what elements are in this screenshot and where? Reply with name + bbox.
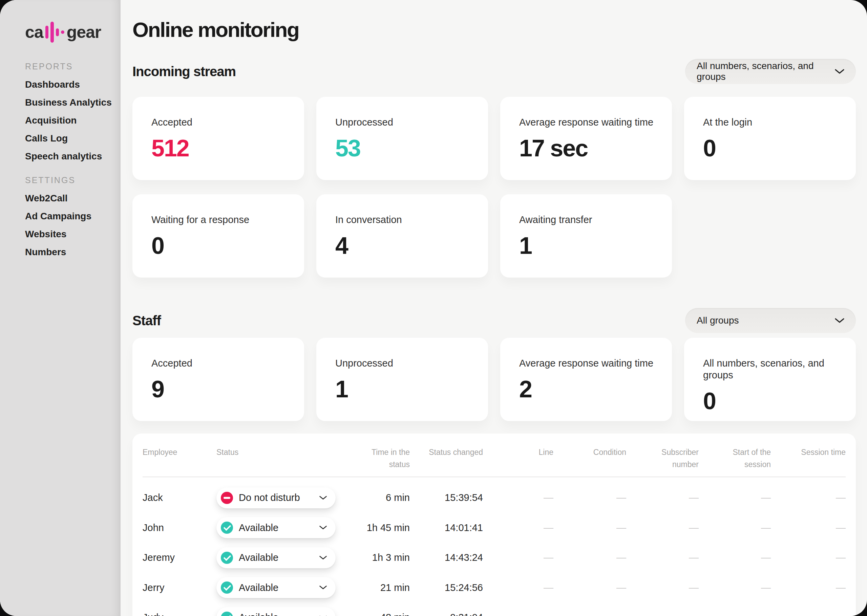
line-value: — (483, 492, 553, 503)
sidebar-section-title: SETTINGS (25, 171, 121, 189)
sidebar-item-business-analytics[interactable]: Business Analytics (25, 93, 121, 112)
sidebar-item-websites[interactable]: Websites (25, 225, 121, 243)
sidebar-item-acquisition[interactable]: Acquisition (25, 112, 121, 129)
session-start-value: — (699, 522, 771, 533)
staff-filter-label: All groups (697, 315, 835, 326)
logo-text-gear: gear (67, 22, 101, 42)
stat-card-value: 9 (151, 377, 291, 401)
subscriber-number-value: — (626, 582, 699, 593)
sidebar-item-speech-analytics[interactable]: Speech analytics (25, 147, 121, 165)
stat-card-all-numbers-scenarios-and-groups: All numbers, scenarios, and groups 0 (684, 338, 856, 421)
status-label: Available (239, 552, 314, 563)
session-start-value: — (699, 582, 771, 593)
session-time-value: — (771, 552, 846, 563)
status-label: Available (239, 582, 314, 593)
status-cell: Available (216, 577, 337, 598)
condition-value: — (553, 522, 626, 533)
sidebar-item-dashboards[interactable]: Dashboards (25, 75, 121, 93)
line-value: — (483, 612, 553, 616)
line-value: — (483, 582, 553, 593)
time-in-status: 1h 3 min (337, 552, 410, 563)
session-start-value: — (699, 552, 771, 563)
sidebar-item-numbers[interactable]: Numbers (25, 243, 121, 261)
incoming-stream-header: Incoming stream All numbers, scenarios, … (132, 59, 856, 84)
sidebar-item-ad-campaings[interactable]: Ad Campaings (25, 207, 121, 225)
column-header-start-of-the-session: Start of the session (699, 442, 771, 476)
condition-value: — (553, 582, 626, 593)
stat-card-unprocessed: Unprocessed 1 (316, 338, 488, 421)
status-cell: Available (216, 607, 337, 616)
staff-table: EmployeeStatusTime in the statusStatus c… (132, 434, 856, 616)
stat-card-label: Accepted (151, 116, 291, 128)
condition-value: — (553, 612, 626, 616)
session-start-value: — (699, 492, 771, 503)
stat-card-label: Waiting for a response (151, 214, 291, 226)
incoming-filter-dropdown[interactable]: All numbers, scenarios, and groups (685, 59, 856, 84)
stat-card-label: Accepted (151, 357, 291, 369)
stat-card-value: 0 (151, 234, 291, 258)
status-icon (221, 581, 233, 594)
chevron-down-icon (835, 69, 844, 74)
sidebar-item-calls-log[interactable]: Calls Log (25, 129, 121, 147)
condition-value: — (553, 552, 626, 563)
logo-text-ca: ca (25, 22, 43, 42)
sidebar: ca gear REPORTS DashboardsBusiness Analy… (0, 0, 121, 616)
sidebar-section: SETTINGS Web2CallAd CampaingsWebsitesNum… (25, 171, 121, 261)
stat-card-value: 17 sec (519, 137, 658, 160)
session-start-value: — (699, 612, 771, 616)
status-cell: Available (216, 517, 337, 538)
incoming-filter-label: All numbers, scenarios, and groups (697, 61, 835, 82)
app-window: ca gear REPORTS DashboardsBusiness Analy… (0, 0, 867, 616)
sidebar-item-web2call[interactable]: Web2Call (25, 189, 121, 207)
stat-card-awaiting-transfer: Awaiting transfer 1 (500, 194, 672, 278)
session-time-value: — (771, 582, 846, 593)
stat-card-waiting-for-a-response: Waiting for a response 0 (132, 194, 304, 278)
staff-filter-dropdown[interactable]: All groups (685, 308, 856, 333)
status-dropdown-john[interactable]: Available (216, 517, 336, 538)
status-dropdown-judy[interactable]: Available (216, 607, 336, 616)
column-header-condition: Condition (553, 442, 626, 476)
sidebar-nav: REPORTS DashboardsBusiness AnalyticsAcqu… (25, 58, 121, 261)
status-label: Available (239, 612, 314, 616)
status-dropdown-jeremy[interactable]: Available (216, 547, 336, 568)
stat-card-label: In conversation (335, 214, 475, 226)
table-row: Jack Do not disturb 6 min 15:39:54 — — —… (143, 482, 846, 513)
staff-table-header: EmployeeStatusTime in the statusStatus c… (143, 442, 846, 477)
column-header-status-changed: Status changed (410, 442, 483, 476)
staff-cards: Accepted 9 Unprocessed 1 Average respons… (132, 338, 856, 421)
status-dropdown-jerry[interactable]: Available (216, 577, 336, 598)
stat-card-value: 0 (703, 137, 842, 160)
status-label: Do not disturb (239, 492, 314, 503)
chevron-down-icon (319, 586, 327, 589)
column-header-subscriber-number: Subscriber number (626, 442, 699, 476)
status-changed: 14:01:41 (410, 522, 483, 533)
employee-name: John (143, 522, 216, 533)
column-header-session-time: Session time (771, 442, 846, 476)
employee-name: Jack (143, 492, 216, 503)
line-value: — (483, 522, 553, 533)
stat-card-label: Unprocessed (335, 116, 475, 128)
stat-card-average-response-waiting-time: Average response waiting time 17 sec (500, 97, 672, 180)
chevron-down-icon (319, 526, 327, 530)
logo-waveform-icon (46, 22, 65, 42)
column-header-time-in-the-status: Time in the status (337, 442, 410, 476)
main-content: Online monitoring Incoming stream All nu… (121, 0, 867, 616)
line-value: — (483, 552, 553, 563)
status-label: Available (239, 522, 314, 533)
staff-header: Staff All groups (132, 308, 856, 333)
session-time-value: — (771, 492, 846, 503)
status-dropdown-jack[interactable]: Do not disturb (216, 487, 336, 508)
status-cell: Do not disturb (216, 487, 337, 508)
stat-card-in-conversation: In conversation 4 (316, 194, 488, 278)
stat-card-accepted: Accepted 9 (132, 338, 304, 421)
status-icon (221, 611, 233, 616)
callgear-logo[interactable]: ca gear (25, 21, 121, 43)
table-row: Judy Available 48 min 9:31:04 — — — — — (143, 602, 846, 616)
stat-card-average-response-waiting-time: Average response waiting time 2 (500, 338, 672, 421)
sidebar-section-items: Web2CallAd CampaingsWebsitesNumbers (25, 189, 121, 261)
status-cell: Available (216, 547, 337, 568)
stat-card-value: 4 (335, 234, 475, 258)
status-changed: 14:43:24 (410, 552, 483, 563)
stat-card-value: 512 (151, 137, 291, 160)
time-in-status: 1h 45 min (337, 522, 410, 533)
